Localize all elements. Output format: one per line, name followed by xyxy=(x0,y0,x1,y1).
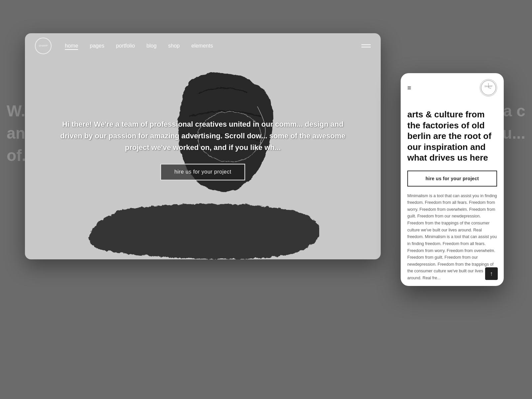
mobile-body-text: Minimalism is a tool that can assist you… xyxy=(407,193,497,282)
mobile-logo: SHARP xyxy=(480,79,497,96)
mobile-headline: arts & culture from the factories of old… xyxy=(407,109,497,163)
hero-text: Hi there! We're a team of professional c… xyxy=(52,118,354,154)
nav-item-home[interactable]: home xyxy=(65,43,78,49)
hero-content: Hi there! We're a team of professional c… xyxy=(52,118,354,180)
nav-item-portfolio[interactable]: portfolio xyxy=(116,43,135,49)
bottom-brush-graphic xyxy=(86,200,319,259)
nav-item-shop[interactable]: shop xyxy=(168,43,180,49)
desktop-card: SHARP home pages portfolio blog shop ele… xyxy=(25,33,381,259)
scroll-to-top-button[interactable]: ↑ xyxy=(485,267,498,280)
mobile-hamburger-icon[interactable]: ≡ xyxy=(407,84,411,92)
mobile-nav: ≡ SHARP xyxy=(401,73,504,102)
mobile-card: ≡ SHARP arts & culture from the factorie… xyxy=(401,73,504,286)
desktop-nav-links: home pages portfolio blog shop elements xyxy=(65,43,213,49)
desktop-logo: SHARP xyxy=(35,38,52,54)
nav-item-blog[interactable]: blog xyxy=(147,43,157,49)
svg-line-4 xyxy=(488,88,491,88)
hero-cta-button[interactable]: hire us for your project xyxy=(160,164,245,180)
mobile-cta-button[interactable]: hire us for your project xyxy=(407,171,497,187)
nav-item-pages[interactable]: pages xyxy=(90,43,104,49)
desktop-nav: SHARP home pages portfolio blog shop ele… xyxy=(25,33,381,58)
hamburger-icon[interactable] xyxy=(361,44,371,47)
mobile-content: arts & culture from the factories of old… xyxy=(401,102,504,286)
nav-item-elements[interactable]: elements xyxy=(192,43,213,49)
